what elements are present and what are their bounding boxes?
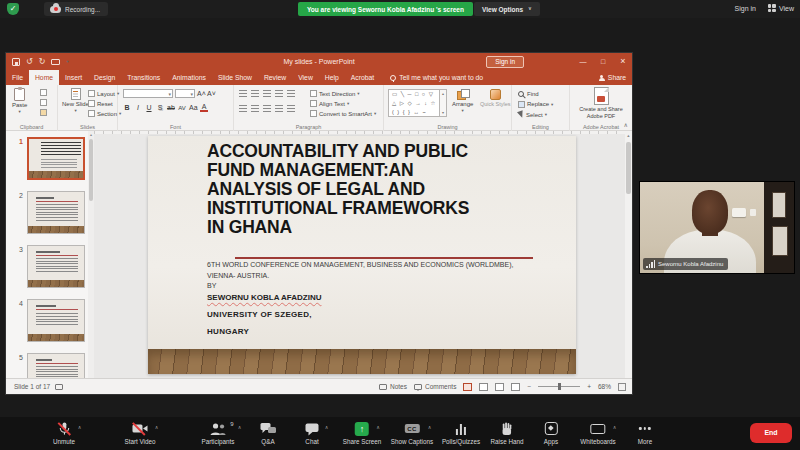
zoom-out-button[interactable]: −: [527, 383, 531, 390]
zoom-sign-in-button[interactable]: Sign in: [735, 5, 756, 12]
apps-button[interactable]: Apps: [544, 421, 558, 445]
slide-thumbnail-5[interactable]: 5: [11, 353, 85, 378]
font-name-combobox[interactable]: ▾: [123, 89, 173, 98]
notes-button[interactable]: Notes: [379, 383, 407, 390]
paste-button[interactable]: Paste ▾: [12, 88, 27, 114]
reset-button[interactable]: Reset: [88, 99, 121, 108]
replace-button[interactable]: Replace▾: [518, 100, 553, 109]
chat-chevron[interactable]: ∧: [325, 424, 329, 430]
convert-smartart-button[interactable]: Convert to SmartArt▾: [310, 109, 376, 118]
participants-chevron[interactable]: ∧: [238, 424, 242, 430]
raise-hand-button[interactable]: Raise Hand: [491, 421, 524, 445]
fit-to-window-icon[interactable]: [618, 383, 626, 391]
end-meeting-button[interactable]: End: [750, 423, 792, 443]
audio-options-chevron[interactable]: ∧: [78, 424, 82, 430]
create-pdf-button[interactable]: Create and Share Adobe PDF: [574, 87, 628, 119]
justify-icon[interactable]: [275, 105, 283, 112]
slide-thumbnail-3[interactable]: 3: [11, 245, 85, 288]
tab-home[interactable]: Home: [29, 70, 59, 85]
collapse-ribbon-icon[interactable]: ∧: [624, 121, 628, 128]
shapes-gallery[interactable]: ▭ ╲ ─ □ ○ ▽ △ ▷ ◇ → ↓ ☆ ( ) { } ↔ ~: [388, 89, 440, 117]
select-button[interactable]: Select▾: [518, 110, 553, 119]
slide-subtitle[interactable]: 6TH WORLD CONFERENCE ON MANAGEMENT, BUSI…: [207, 260, 547, 281]
share-screen-button[interactable]: ↑ ∧ Share Screen: [343, 421, 382, 445]
bullets-icon[interactable]: [239, 90, 247, 97]
display-settings-icon[interactable]: [55, 384, 63, 390]
bold-button[interactable]: B: [123, 104, 131, 111]
whiteboards-chevron[interactable]: ∧: [613, 424, 617, 430]
zoom-slider[interactable]: [538, 386, 580, 387]
comments-button[interactable]: Comments: [414, 383, 456, 390]
tab-animations[interactable]: Animations: [166, 70, 212, 85]
slide-thumbnail-4[interactable]: 4: [11, 299, 85, 342]
slideshow-view-button[interactable]: [511, 383, 520, 391]
tab-insert[interactable]: Insert: [59, 70, 88, 85]
ppt-share-button[interactable]: Share: [599, 70, 626, 85]
slide-affiliation[interactable]: UNIVERSITY OF SZEGED,: [207, 310, 312, 319]
zoom-percentage[interactable]: 68%: [598, 383, 611, 390]
slide-title[interactable]: ACCOUNTABILITY AND PUBLIC FUND MANAGEMEN…: [207, 142, 547, 237]
recording-indicator[interactable]: Recording...: [44, 2, 108, 16]
zoom-in-button[interactable]: +: [587, 383, 591, 390]
slide-thumbnail-1[interactable]: 1: [11, 137, 85, 180]
slide-by-line[interactable]: BY: [207, 282, 216, 289]
slide-author[interactable]: SEWORNU KOBLA AFADZINU: [207, 293, 322, 302]
video-options-chevron[interactable]: ∧: [155, 424, 159, 430]
font-size-combobox[interactable]: ▾: [175, 89, 195, 98]
increase-indent-icon[interactable]: [275, 90, 283, 97]
polls-button[interactable]: Polls/Quizzes: [442, 421, 480, 445]
underline-button[interactable]: U: [145, 104, 153, 111]
tab-file[interactable]: File: [6, 70, 29, 85]
share-options-chevron[interactable]: ∧: [376, 424, 380, 430]
tab-view[interactable]: View: [292, 70, 319, 85]
participants-button[interactable]: 9 ∧ Participants: [202, 421, 235, 445]
unmute-button[interactable]: ∧ Unmute: [53, 421, 75, 445]
show-captions-button[interactable]: CC ∧ Show Captions: [391, 421, 433, 445]
whiteboards-button[interactable]: ∧ Whiteboards: [580, 421, 615, 445]
italic-button[interactable]: I: [134, 104, 142, 111]
increase-font-icon[interactable]: A˄: [197, 90, 205, 97]
numbering-icon[interactable]: [251, 90, 259, 97]
slide-sorter-view-button[interactable]: [479, 383, 488, 391]
decrease-indent-icon[interactable]: [263, 90, 271, 97]
new-slide-button[interactable]: New Slide ▾: [62, 88, 89, 113]
shapes-gallery-scroll[interactable]: ▴▾: [440, 89, 447, 117]
scroll-up-icon[interactable]: ▴: [625, 131, 632, 140]
start-video-button[interactable]: ∧ Start Video: [124, 421, 155, 445]
minimize-button[interactable]: —: [576, 53, 590, 70]
decrease-font-icon[interactable]: A˅: [207, 90, 215, 97]
captions-chevron[interactable]: ∧: [428, 424, 432, 430]
tab-acrobat[interactable]: Acrobat: [345, 70, 380, 85]
arrange-button[interactable]: Arrange ▾: [452, 89, 473, 113]
slide-editor[interactable]: ACCOUNTABILITY AND PUBLIC FUND MANAGEMEN…: [148, 136, 576, 374]
font-color-button[interactable]: A: [200, 103, 208, 112]
copy-icon[interactable]: [40, 99, 47, 106]
normal-view-button[interactable]: [463, 383, 472, 391]
line-spacing-icon[interactable]: [287, 90, 295, 97]
slide-thumbnail-2[interactable]: 2: [11, 191, 85, 234]
section-button[interactable]: Section▾: [88, 109, 121, 118]
text-direction-button[interactable]: Text Direction▾: [310, 89, 376, 98]
view-layout-button[interactable]: View: [768, 4, 794, 12]
ppt-sign-in-button[interactable]: Sign in: [486, 56, 524, 68]
align-left-icon[interactable]: [239, 105, 247, 112]
more-button[interactable]: More: [638, 421, 652, 445]
tab-help[interactable]: Help: [319, 70, 345, 85]
strikethrough-button[interactable]: ab: [167, 104, 175, 111]
cut-icon[interactable]: [40, 89, 47, 96]
qa-button[interactable]: Q&A: [260, 421, 277, 445]
tab-review[interactable]: Review: [258, 70, 292, 85]
change-case-button[interactable]: Aa: [189, 104, 197, 111]
align-right-icon[interactable]: [263, 105, 271, 112]
view-options-button[interactable]: View Options ∧: [474, 2, 540, 16]
canvas-scrollbar[interactable]: ▴: [625, 131, 632, 378]
tell-me-box[interactable]: Tell me what you want to do: [390, 70, 483, 85]
text-shadow-button[interactable]: S: [156, 104, 164, 111]
tab-slide-show[interactable]: Slide Show: [212, 70, 258, 85]
participant-video-tile[interactable]: Sewornu Kobla Afadzinu: [640, 182, 794, 273]
tab-transitions[interactable]: Transitions: [121, 70, 166, 85]
align-center-icon[interactable]: [251, 105, 259, 112]
quick-styles-button[interactable]: Quick Styles: [480, 89, 511, 107]
restore-button[interactable]: □: [596, 53, 610, 70]
slide-country[interactable]: HUNGARY: [207, 327, 249, 336]
